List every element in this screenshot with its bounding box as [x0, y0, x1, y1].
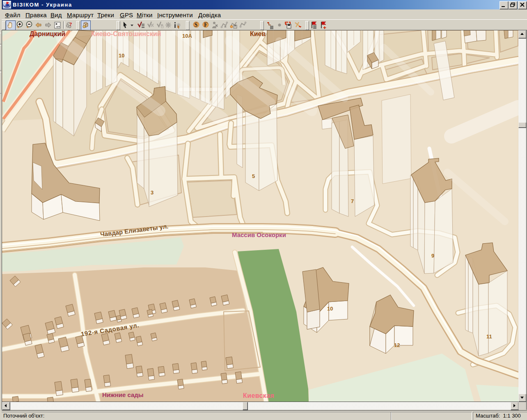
- svg-text:3: 3: [151, 189, 154, 196]
- svg-text:12: 12: [394, 342, 400, 348]
- svg-text:Киево-Святошинский: Киево-Святошинский: [91, 30, 161, 37]
- svg-text:11: 11: [486, 333, 492, 340]
- svg-text:F: F: [204, 22, 208, 28]
- svg-text:S: S: [195, 22, 198, 28]
- svg-text:10: 10: [327, 306, 333, 312]
- svg-text:Киев: Киев: [250, 30, 266, 37]
- svg-text:?: ?: [69, 21, 72, 27]
- svg-text:7: 7: [351, 198, 354, 204]
- svg-text:9: 9: [431, 253, 434, 259]
- svg-text:5: 5: [252, 173, 255, 179]
- svg-text:Нижние сады: Нижние сады: [102, 391, 144, 398]
- svg-text:10А: 10А: [182, 33, 192, 39]
- svg-text:Дарницкий: Дарницкий: [30, 30, 65, 37]
- svg-text:Массив Осокорки: Массив Осокорки: [232, 231, 286, 238]
- svg-text:10: 10: [119, 52, 124, 59]
- svg-text:Киевская: Киевская: [243, 392, 274, 399]
